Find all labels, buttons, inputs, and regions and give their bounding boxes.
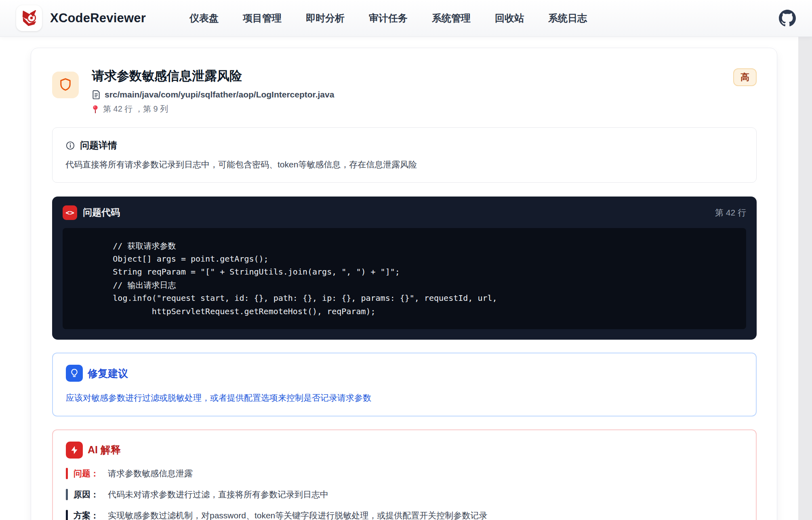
top-navbar: XCodeReviewer 仪表盘 项目管理 即时分析 审计任务 系统管理 回收…	[0, 0, 812, 36]
code-snippet[interactable]: // 获取请求参数 Object[] args = point.getArgs(…	[63, 228, 746, 329]
issue-details-box: 问题详情 代码直接将所有请求参数记录到日志中，可能包含密码、token等敏感信息…	[52, 127, 757, 183]
document-icon	[92, 90, 101, 99]
ai-problem-value: 请求参数敏感信息泄露	[108, 467, 193, 480]
file-path: src/main/java/com/yupi/sqlfather/aop/Log…	[105, 90, 334, 99]
ai-heading: AI 解释	[88, 443, 121, 457]
lightning-bolt-icon	[66, 442, 83, 459]
nav-item-dashboard[interactable]: 仪表盘	[189, 12, 219, 25]
issue-card: 请求参数敏感信息泄露风险 src/main/java/com/yupi/sqlf…	[31, 48, 777, 520]
app-logo-icon	[16, 5, 42, 31]
nav-item-system-admin[interactable]: 系统管理	[432, 12, 471, 25]
ai-problem-label: 问题：	[74, 467, 99, 480]
ai-cause-label: 原因：	[74, 488, 99, 501]
ai-plan-label: 方案：	[74, 509, 99, 520]
fix-suggestion-box: 修复建议 应该对敏感参数进行过滤或脱敏处理，或者提供配置选项来控制是否记录请求参…	[52, 353, 757, 416]
nav-item-recycle-bin[interactable]: 回收站	[495, 12, 524, 25]
suggestion-heading: 修复建议	[88, 367, 128, 380]
info-icon	[65, 141, 75, 150]
row-accent-bar	[66, 489, 68, 500]
nav-item-projects[interactable]: 项目管理	[243, 12, 282, 25]
row-accent-bar	[66, 468, 68, 479]
github-icon[interactable]	[779, 10, 796, 27]
problem-code-block: <> 问题代码 第 42 行 // 获取请求参数 Object[] args =…	[52, 197, 757, 340]
details-body: 代码直接将所有请求参数记录到日志中，可能包含密码、token等敏感信息，存在信息…	[65, 158, 743, 171]
issue-title: 请求参数敏感信息泄露风险	[92, 68, 733, 83]
shield-icon	[52, 72, 79, 98]
app-title: XCodeReviewer	[50, 11, 146, 25]
ai-cause-value: 代码未对请求参数进行过滤，直接将所有参数记录到日志中	[108, 488, 328, 501]
location-row: 第 42 行 ，第 9 列	[92, 104, 733, 114]
main-nav: 仪表盘 项目管理 即时分析 审计任务 系统管理 回收站 系统日志	[189, 12, 587, 25]
ai-explanation-box: AI 解释 问题： 请求参数敏感信息泄露 原因： 代码未对请求参数进行过滤，直接…	[52, 429, 757, 520]
code-line-label: 第 42 行	[715, 207, 746, 218]
ai-row-plan: 方案： 实现敏感参数过滤机制，对password、token等关键字段进行脱敏处…	[66, 509, 743, 520]
file-path-row: src/main/java/com/yupi/sqlfather/aop/Log…	[92, 90, 733, 99]
nav-item-audit-tasks[interactable]: 审计任务	[369, 12, 408, 25]
ai-plan-value: 实现敏感参数过滤机制，对password、token等关键字段进行脱敏处理，或提…	[108, 509, 487, 520]
suggestion-body: 应该对敏感参数进行过滤或脱敏处理，或者提供配置选项来控制是否记录请求参数	[66, 391, 743, 404]
brand[interactable]: XCodeReviewer	[16, 5, 146, 31]
ai-row-cause: 原因： 代码未对请求参数进行过滤，直接将所有参数记录到日志中	[66, 488, 743, 501]
code-block-heading: 问题代码	[83, 206, 120, 219]
scrollbar-track[interactable]	[798, 36, 812, 520]
line-column-label: 第 42 行 ，第 9 列	[103, 104, 168, 114]
map-pin-icon	[92, 105, 99, 114]
row-accent-bar	[66, 510, 68, 520]
main-content: 请求参数敏感信息泄露风险 src/main/java/com/yupi/sqlf…	[0, 36, 812, 520]
lightbulb-icon	[66, 365, 83, 382]
details-heading: 问题详情	[80, 139, 117, 152]
nav-item-system-logs[interactable]: 系统日志	[548, 12, 587, 25]
issue-card-header: 请求参数敏感信息泄露风险 src/main/java/com/yupi/sqlf…	[52, 68, 757, 114]
severity-badge: 高	[733, 68, 757, 86]
ai-row-problem: 问题： 请求参数敏感信息泄露	[66, 467, 743, 480]
code-brackets-icon: <>	[63, 205, 77, 220]
nav-item-instant-analysis[interactable]: 即时分析	[306, 12, 345, 25]
